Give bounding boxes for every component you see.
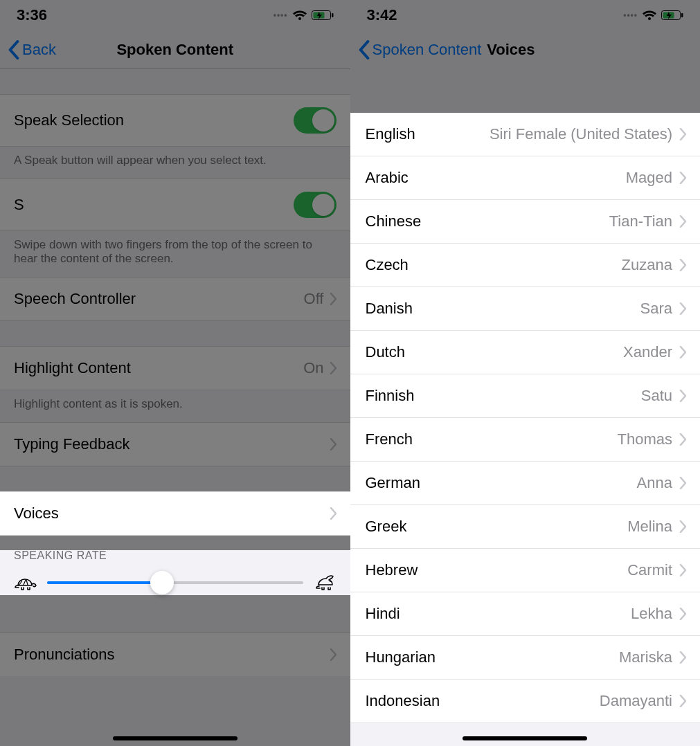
voice-row[interactable]: EnglishSiri Female (United States)	[350, 113, 701, 156]
status-bar: 3:36 ••••	[0, 0, 350, 30]
home-indicator[interactable]	[113, 736, 237, 740]
voice-name: Lekha	[631, 605, 672, 623]
highlight-footer: Highlight content as it is spoken.	[0, 390, 350, 422]
row-label: Pronunciations	[14, 646, 115, 664]
status-icons: ••••	[273, 10, 334, 21]
voice-list[interactable]: EnglishSiri Female (United States)Arabic…	[350, 113, 701, 723]
voice-name: Xander	[623, 343, 672, 361]
speak-selection-row[interactable]: Speak Selection	[0, 94, 350, 147]
voice-row[interactable]: GreekMelina	[350, 505, 701, 549]
voice-row[interactable]: DanishSara	[350, 287, 701, 331]
voice-language: Dutch	[366, 343, 405, 361]
voice-language: English	[366, 125, 415, 143]
nav-title: Spoken Content	[116, 41, 233, 59]
row-label: Typing Feedback	[14, 435, 130, 453]
voice-row[interactable]: FinnishSatu	[350, 374, 701, 418]
chevron-right-icon	[330, 438, 336, 451]
voice-language: Finnish	[366, 387, 415, 405]
voice-row[interactable]: ArabicMaged	[350, 156, 701, 200]
chevron-right-icon	[679, 128, 686, 140]
row-value: Off	[304, 290, 324, 308]
slider-thumb[interactable]	[150, 571, 174, 594]
voice-row[interactable]: IndonesianDamayanti	[350, 680, 701, 723]
home-indicator[interactable]	[463, 736, 587, 740]
voice-name: Thomas	[618, 430, 672, 448]
speaking-rate-header: SPEAKING RATE	[0, 536, 350, 567]
back-button[interactable]: Back	[8, 40, 56, 60]
voice-row[interactable]: HindiLekha	[350, 592, 701, 636]
nav-bar: Back Spoken Content	[0, 30, 350, 69]
chevron-right-icon	[679, 346, 686, 358]
speak-selection-footer: A Speak button will appear when you sele…	[0, 147, 350, 179]
voice-language: Danish	[366, 300, 413, 318]
voice-name: Damayanti	[600, 692, 672, 710]
voice-name: Satu	[641, 387, 672, 405]
chevron-left-icon	[359, 40, 370, 60]
signal-dots-icon: ••••	[623, 10, 638, 20]
row-value: On	[303, 359, 323, 377]
chevron-right-icon	[330, 507, 336, 520]
voice-name: Maged	[626, 169, 672, 187]
speak-selection-toggle[interactable]	[294, 107, 336, 134]
speak-screen-toggle[interactable]	[294, 192, 336, 218]
row-label: Speak Selection	[14, 111, 124, 129]
chevron-left-icon	[8, 40, 19, 60]
voice-row[interactable]: DutchXander	[350, 331, 701, 374]
voice-language: Hindi	[366, 605, 400, 623]
speech-controller-row[interactable]: Speech Controller Off	[0, 277, 350, 321]
status-time: 3:36	[17, 6, 47, 24]
row-label: Highlight Content	[14, 359, 131, 377]
voice-name: Tian-Tian	[609, 212, 672, 230]
voice-name: Mariska	[619, 648, 672, 666]
speak-screen-row[interactable]: S	[0, 179, 350, 231]
voice-row[interactable]: CzechZuzana	[350, 244, 701, 287]
row-label: S	[14, 196, 24, 214]
chevron-right-icon	[330, 362, 336, 374]
status-icons: ••••	[623, 10, 683, 21]
speak-screen-footer: Swipe down with two fingers from the top…	[0, 231, 350, 277]
voice-language: Hungarian	[366, 648, 436, 666]
slider-fill	[47, 581, 162, 584]
voice-row[interactable]: ChineseTian-Tian	[350, 200, 701, 244]
chevron-right-icon	[679, 651, 686, 664]
voice-name: Carmit	[627, 561, 672, 579]
chevron-right-icon	[679, 215, 686, 228]
chevron-right-icon	[679, 564, 686, 576]
voice-name: Anna	[637, 474, 672, 492]
typing-feedback-row[interactable]: Typing Feedback	[0, 422, 350, 466]
back-label: Back	[22, 41, 56, 59]
voice-row[interactable]: FrenchThomas	[350, 418, 701, 462]
voices-row[interactable]: Voices	[0, 491, 350, 536]
status-bar: 3:42 ••••	[350, 0, 701, 30]
nav-title: Voices	[487, 41, 535, 59]
battery-charging-icon	[312, 10, 334, 21]
speaking-rate-slider[interactable]	[47, 581, 303, 584]
back-button[interactable]: Spoken Content	[359, 40, 482, 60]
phone-voices: 3:42 •••• Spoken Content Voices EnglishS…	[350, 0, 701, 746]
voice-language: French	[366, 430, 413, 448]
signal-dots-icon: ••••	[273, 10, 288, 20]
chevron-right-icon	[679, 259, 686, 271]
status-time: 3:42	[367, 6, 397, 24]
svg-point-3	[330, 581, 331, 582]
chevron-right-icon	[679, 390, 686, 402]
chevron-right-icon	[679, 172, 686, 184]
voice-row[interactable]: HungarianMariska	[350, 636, 701, 680]
highlight-content-row[interactable]: Highlight Content On	[0, 346, 350, 390]
voice-language: Indonesian	[366, 692, 440, 710]
pronunciations-row[interactable]: Pronunciations	[0, 633, 350, 676]
chevron-right-icon	[330, 648, 336, 661]
row-label: Speech Controller	[14, 290, 136, 308]
back-label: Spoken Content	[373, 41, 482, 59]
rabbit-icon	[313, 574, 336, 591]
voice-language: Czech	[366, 256, 409, 274]
voice-language: Greek	[366, 518, 407, 536]
voice-name: Melina	[627, 518, 672, 536]
voice-name: Sara	[640, 300, 672, 318]
row-label: Voices	[14, 504, 59, 522]
chevron-right-icon	[679, 520, 686, 533]
voice-row[interactable]: HebrewCarmit	[350, 549, 701, 592]
voice-language: Chinese	[366, 212, 422, 230]
voice-name: Siri Female (United States)	[490, 125, 672, 143]
voice-row[interactable]: GermanAnna	[350, 462, 701, 505]
